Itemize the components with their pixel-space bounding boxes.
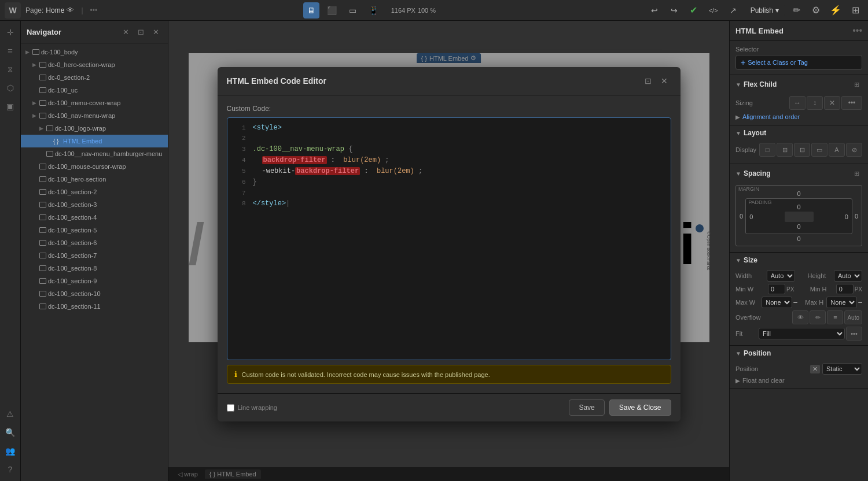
line-wrap-toggle[interactable]: Line wrapping (227, 404, 278, 412)
min-w-input[interactable] (768, 284, 785, 294)
overflow-scroll-btn[interactable]: ≡ (827, 310, 843, 324)
height-select[interactable]: Auto PX % (834, 270, 862, 282)
display-block-btn[interactable]: □ (759, 143, 775, 157)
users-btn[interactable]: 👥 (2, 443, 19, 459)
add-element-btn[interactable]: ✛ (2, 24, 19, 40)
tree-item-hero-section[interactable]: ▶ dc-100_hero-section (21, 173, 168, 186)
settings-btn[interactable]: ⚙ (808, 2, 824, 18)
fit-select[interactable]: Fill Contain Cover (759, 328, 845, 339)
display-inline-btn[interactable]: ▭ (811, 143, 827, 157)
apps-btn[interactable]: ⊞ (847, 2, 863, 18)
redo-btn[interactable]: ↪ (666, 2, 682, 18)
position-header[interactable]: ▼ Position (730, 346, 868, 361)
min-h-input[interactable] (836, 284, 854, 294)
max-h-select[interactable]: None PX (826, 297, 857, 308)
tree-item-nav-menu-wrap[interactable]: ▶ dc-100_nav-menu-wrap (21, 109, 168, 122)
padding-left-val[interactable]: 0 (749, 213, 753, 220)
display-flex-btn[interactable]: ⊞ (777, 143, 793, 157)
max-w-select[interactable]: None PX (762, 297, 792, 308)
line-wrap-checkbox[interactable] (227, 404, 234, 412)
undo-btn[interactable]: ↩ (646, 2, 663, 18)
overflow-hidden-btn[interactable]: ✏ (810, 310, 826, 324)
margin-right-val[interactable]: 0 (855, 198, 858, 234)
element-box-icon (39, 214, 46, 220)
selector-btn[interactable]: + Select a Class or Tag (735, 55, 862, 70)
tree-item-s7[interactable]: ▶ dc-100_section-7 (21, 249, 168, 262)
tree-item-s4[interactable]: ▶ dc-100_section-4 (21, 211, 168, 224)
search-btn[interactable]: ⧖ (2, 61, 19, 77)
pen-tool-btn[interactable]: ✏ (788, 2, 804, 18)
alerts-btn[interactable]: ⚠ (2, 406, 19, 422)
device-tablet-landscape-btn[interactable]: ⬛ (324, 2, 340, 18)
size-header[interactable]: ▼ Size (730, 253, 868, 268)
assets-btn[interactable]: ▣ (2, 98, 19, 114)
display-text-btn[interactable]: A (829, 143, 845, 157)
tree-item-cursor-wrap[interactable]: ▶ dc-100_mouse-cursor-wrap (21, 160, 168, 173)
alignment-order-link[interactable]: Alignment and order (742, 113, 800, 120)
code-editor[interactable]: 1 <style> 2 3 .dc-100__nav-menu-wrap { (227, 117, 671, 360)
padding-right-val[interactable]: 0 (845, 213, 848, 220)
sizing-grow-btn[interactable]: ↕ (807, 96, 823, 110)
display-none-btn[interactable]: ⊘ (846, 143, 862, 157)
sizing-none-btn[interactable]: ✕ (824, 96, 840, 110)
tree-item-menu-cover[interactable]: ▶ dc-100_menu-cover-wrap (21, 97, 168, 109)
navigator-btn[interactable]: ☰ (2, 43, 19, 59)
integrations-btn[interactable]: ⚡ (827, 2, 844, 18)
save-btn[interactable]: Save (569, 399, 604, 416)
spacing-header[interactable]: ▼ Spacing ⊞ (730, 164, 868, 183)
fit-more-btn[interactable]: ••• (846, 327, 862, 341)
help-btn[interactable]: ? (2, 461, 19, 478)
page-eye-icon[interactable]: 👁 (67, 6, 74, 14)
check-btn[interactable]: ✔ (686, 2, 702, 18)
position-select[interactable]: Static Relative Absolute Fixed Sticky (822, 363, 862, 375)
panel-more-btn[interactable]: ••• (852, 25, 862, 36)
margin-bottom-val[interactable]: 0 (740, 235, 858, 242)
spacing-more-btn[interactable]: ⊞ (851, 168, 862, 179)
tree-item-s9[interactable]: ▶ dc-100_section-9 (21, 275, 168, 287)
tree-item-s6[interactable]: ▶ dc-100_section-6 (21, 236, 168, 249)
tree-item-logo-wrap[interactable]: ▶ dc-100_logo-wrap (21, 122, 168, 135)
tree-item-s5[interactable]: ▶ dc-100_section-5 (21, 224, 168, 236)
code-btn[interactable]: </> (705, 2, 722, 18)
tree-item-hamburger[interactable]: ▶ dc-100__nav-menu_hamburger-menu (21, 147, 168, 160)
expand-navigator-btn[interactable]: ⊡ (134, 25, 147, 38)
modal-close-btn[interactable]: ✕ (657, 74, 671, 88)
layout-header[interactable]: ▼ Layout (730, 125, 868, 140)
device-desktop-btn[interactable]: 🖥 (303, 2, 319, 18)
close-navigator-btn[interactable]: ✕ (119, 25, 132, 38)
margin-left-val[interactable]: 0 (740, 198, 743, 234)
min-w-unit: PX (786, 286, 794, 293)
tree-item-dc100-body[interactable]: ▶ dc-100_body (21, 46, 168, 58)
tree-item-s3[interactable]: ▶ dc-100_section-3 (21, 198, 168, 211)
modal-expand-btn[interactable]: ⊡ (641, 74, 655, 88)
tree-item-section2[interactable]: ▶ dc-0_section-2 (21, 71, 168, 84)
tree-item-hero-wrap[interactable]: ▶ dc-0_hero-section-wrap (21, 58, 168, 71)
tree-item-html-embed[interactable]: ▶ { } HTML Embed (21, 135, 168, 147)
flex-child-more-btn[interactable]: ⊞ (851, 79, 862, 90)
components-btn[interactable]: ⬡ (2, 80, 19, 96)
device-mobile-btn[interactable]: 📱 (366, 2, 382, 18)
sizing-shrink-btn[interactable]: ↔ (789, 96, 806, 110)
tree-item-s11[interactable]: ▶ dc-100_section-11 (21, 300, 168, 313)
publish-btn[interactable]: Publish ▾ (745, 4, 785, 17)
device-tablet-btn[interactable]: ▭ (345, 2, 361, 18)
overflow-visible-btn[interactable]: 👁 (792, 310, 808, 324)
width-height-row: Width Auto PX % Height Auto (735, 270, 862, 282)
export-btn[interactable]: ↗ (725, 2, 741, 18)
hide-navigator-btn[interactable]: ✕ (149, 25, 162, 38)
html-embed-icon: { } (53, 138, 61, 145)
flex-child-header[interactable]: ▼ Flex Child ⊞ (730, 75, 868, 94)
position-title: Position (744, 349, 771, 357)
tree-item-s10[interactable]: ▶ dc-100_section-10 (21, 287, 168, 300)
code-line-2: 2 (232, 134, 666, 144)
tree-item-s2[interactable]: ▶ dc-100_section-2 (21, 186, 168, 198)
tree-item-uc[interactable]: ▶ dc-100_uc (21, 84, 168, 97)
sizing-custom-btn[interactable]: ••• (841, 96, 862, 110)
search2-btn[interactable]: 🔍 (2, 424, 19, 441)
padding-bottom-val[interactable]: 0 (749, 223, 848, 230)
overflow-auto-btn[interactable]: Auto (844, 310, 862, 324)
tree-item-s8[interactable]: ▶ dc-100_section-8 (21, 262, 168, 275)
width-select[interactable]: Auto PX % (767, 270, 795, 282)
display-grid-btn[interactable]: ⊟ (794, 143, 810, 157)
save-close-btn[interactable]: Save & Close (609, 399, 671, 416)
